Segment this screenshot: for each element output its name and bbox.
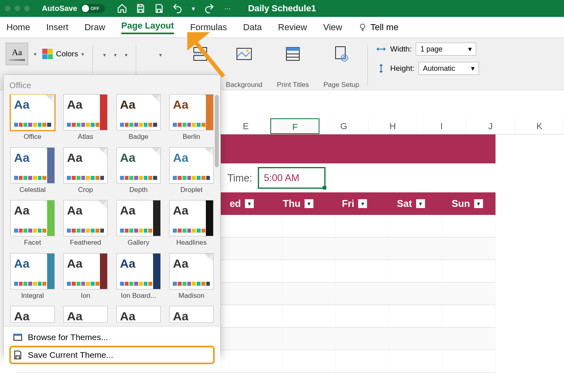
height-value: Automatic (423, 64, 455, 73)
autosave-toggle[interactable]: OFF (81, 4, 105, 13)
theme-gallery[interactable]: AaGallery (114, 200, 164, 248)
background-label: Background (226, 81, 263, 89)
theme-label: Integral (21, 292, 44, 300)
autosave-control[interactable]: AutoSave OFF (42, 4, 105, 13)
column-header-K[interactable]: K (515, 118, 564, 134)
size-button[interactable]: ▾ (122, 43, 128, 67)
tell-me-search[interactable]: Tell me (358, 22, 398, 33)
page-setup-button[interactable] (330, 43, 352, 65)
orientation-button[interactable]: ▾ (112, 43, 117, 67)
tab-draw[interactable]: Draw (85, 22, 105, 33)
window-controls (5, 6, 30, 11)
zoom-window[interactable] (24, 6, 30, 11)
themes-dropdown-panel: Office AaOfficeAaAtlasAaBadgeAaBerlinAaC… (3, 74, 221, 356)
svg-point-0 (361, 24, 365, 28)
column-header-H[interactable]: H (369, 118, 417, 134)
theme-berlin[interactable]: AaBerlin (167, 94, 217, 142)
tab-view[interactable]: View (323, 22, 342, 33)
theme-label: Ion (81, 292, 90, 300)
day-header-sun[interactable]: Sun▼ (439, 192, 496, 215)
browse-themes-item[interactable]: Browse for Themes... (11, 330, 213, 345)
save-current-theme-item[interactable]: Save Current Theme... (11, 347, 213, 363)
themes-scrollbar[interactable] (215, 95, 219, 304)
tab-review[interactable]: Review (278, 22, 307, 33)
theme-madison[interactable]: AaMadison (167, 253, 217, 301)
minimize-window[interactable] (15, 6, 20, 11)
theme-more[interactable]: Aa (114, 306, 164, 324)
column-header-G[interactable]: G (319, 118, 368, 134)
day-header-fri[interactable]: Fri▼ (326, 192, 383, 215)
day-header-ed[interactable]: ed▼ (214, 192, 270, 215)
themes-button[interactable]: Aa (6, 43, 28, 65)
filter-icon[interactable]: ▼ (245, 199, 254, 208)
theme-ion-board-[interactable]: AaIon Board... (114, 253, 164, 301)
theme-integral[interactable]: AaIntegral (8, 253, 58, 301)
theme-office[interactable]: AaOffice (8, 94, 58, 142)
theme-label: Droplet (180, 186, 203, 194)
colors-button[interactable]: Colors ▾ (42, 49, 84, 59)
svg-point-24 (343, 57, 346, 59)
print-titles-button[interactable] (282, 43, 304, 65)
theme-more[interactable]: Aa (167, 306, 217, 324)
theme-celestial[interactable]: AaCelestial (8, 147, 58, 195)
themes-dropdown-icon[interactable]: ▾ (34, 51, 37, 57)
colors-label: Colors (56, 50, 78, 58)
theme-more[interactable]: Aa (8, 306, 58, 324)
quick-access-toolbar: ▾ ⋯ (117, 3, 233, 14)
more-icon[interactable]: ⋯ (222, 3, 233, 14)
save-current-theme-label: Save Current Theme... (28, 350, 113, 360)
svg-point-17 (246, 50, 249, 52)
day-header-thu[interactable]: Thu▼ (270, 192, 326, 215)
home-icon[interactable] (117, 3, 127, 14)
height-select[interactable]: Automatic▾ (419, 62, 479, 75)
day-header-sat[interactable]: Sat▼ (383, 192, 439, 215)
fill-handle[interactable] (323, 186, 326, 190)
height-label: Height: (390, 64, 415, 73)
tab-home[interactable]: Home (6, 22, 30, 33)
column-header-E[interactable]: E (222, 118, 270, 134)
svg-rect-26 (14, 334, 22, 336)
margins-button[interactable]: ▾ (101, 43, 106, 67)
active-cell[interactable]: 5:00 AM (258, 167, 326, 189)
scale-width-row: Width: 1 page▾ (376, 43, 479, 56)
redo-icon[interactable] (204, 3, 214, 14)
svg-rect-19 (286, 47, 299, 51)
breaks-button[interactable] (189, 43, 212, 65)
tell-me-label: Tell me (370, 22, 398, 33)
undo-icon[interactable] (172, 3, 183, 14)
print-area-button[interactable]: ▾ (157, 43, 162, 67)
svg-point-23 (341, 55, 348, 61)
filter-icon[interactable]: ▼ (358, 199, 367, 208)
theme-label: Badge (129, 133, 148, 141)
tab-formulas[interactable]: Formulas (190, 22, 227, 33)
theme-feathered[interactable]: AaFeathered (61, 200, 111, 248)
svg-rect-14 (194, 56, 207, 60)
theme-droplet[interactable]: AaDroplet (167, 147, 217, 195)
theme-depth[interactable]: AaDepth (114, 147, 164, 195)
filter-icon[interactable]: ▼ (305, 199, 313, 208)
theme-badge[interactable]: AaBadge (114, 94, 164, 142)
theme-atlas[interactable]: AaAtlas (61, 94, 111, 142)
theme-headlines[interactable]: AaHeadlines (167, 200, 217, 248)
tab-page-layout[interactable]: Page Layout (121, 21, 174, 34)
column-header-I[interactable]: I (417, 118, 466, 134)
column-header-J[interactable]: J (466, 118, 515, 134)
browse-themes-label: Browse for Themes... (28, 332, 108, 342)
theme-label: Crop (78, 186, 93, 194)
theme-ion[interactable]: AaIon (61, 253, 111, 301)
close-window[interactable] (5, 6, 10, 11)
page-setup-label: Page Setup (323, 81, 359, 89)
filter-icon[interactable]: ▼ (474, 199, 483, 208)
width-select[interactable]: 1 page▾ (416, 43, 476, 56)
filter-icon[interactable]: ▼ (416, 199, 425, 208)
background-button[interactable] (233, 43, 255, 65)
tab-data[interactable]: Data (243, 22, 262, 33)
tab-insert[interactable]: Insert (46, 22, 68, 33)
save-icon[interactable] (135, 3, 146, 14)
theme-facet[interactable]: AaFacet (8, 200, 58, 248)
theme-crop[interactable]: AaCrop (61, 147, 111, 195)
column-header-F[interactable]: F (270, 118, 319, 134)
undo-dropdown-icon[interactable]: ▾ (191, 3, 196, 14)
save-as-icon[interactable] (154, 3, 164, 14)
theme-more[interactable]: Aa (61, 306, 111, 324)
